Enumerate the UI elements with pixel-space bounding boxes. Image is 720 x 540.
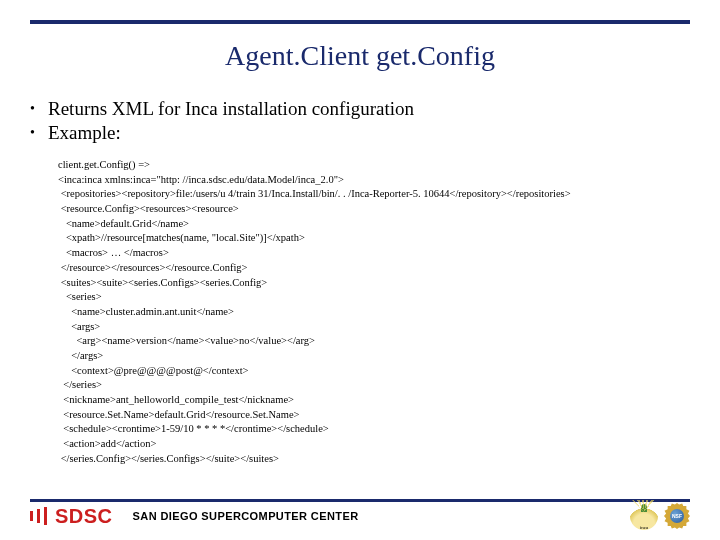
slide-title: Agent.Client get.Config [0, 40, 720, 72]
sdsc-logo-text: SDSC [55, 505, 113, 528]
footer-org-name: SAN DIEGO SUPERCOMPUTER CENTER [133, 510, 630, 522]
bullet-item: • Returns XML for Inca installation conf… [30, 98, 690, 120]
bullet-text: Example: [48, 122, 121, 144]
inca-logo-icon: inca [630, 502, 658, 530]
sdsc-bar-icon [30, 511, 33, 521]
footer-divider [30, 499, 690, 502]
nsf-logo-text: NSF [672, 513, 682, 519]
sun-rays-icon [632, 500, 656, 512]
sdsc-bar-icon [37, 509, 40, 523]
inca-logo-text: inca [640, 525, 648, 530]
footer: SDSC SAN DIEGO SUPERCOMPUTER CENTER inca… [30, 504, 690, 528]
xml-code-block: client.get.Config() => <inca:inca xmlns:… [58, 158, 700, 466]
sdsc-bar-icon [44, 507, 47, 525]
bullet-text: Returns XML for Inca installation config… [48, 98, 414, 120]
bullet-item: • Example: [30, 122, 690, 144]
bullet-dot-icon: • [30, 122, 48, 144]
nsf-logo-icon: NSF [664, 503, 690, 529]
bullet-dot-icon: • [30, 98, 48, 120]
bullet-list: • Returns XML for Inca installation conf… [30, 98, 690, 146]
sdsc-logo: SDSC [30, 505, 113, 528]
top-divider [30, 20, 690, 24]
